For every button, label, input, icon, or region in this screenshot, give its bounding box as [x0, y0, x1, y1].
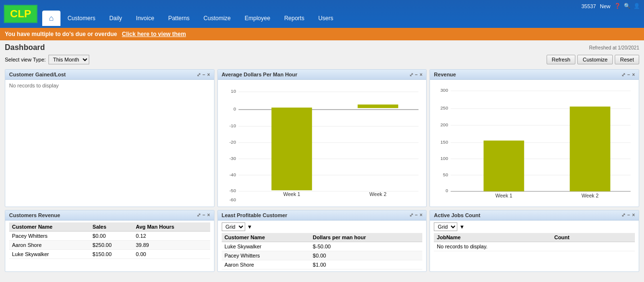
expand-icon-1[interactable]: ⤢: [197, 72, 201, 77]
svg-text:-40: -40: [229, 172, 236, 177]
bar-week1-avg: [271, 108, 312, 190]
widget-header-icons-3: ⤢ − ×: [621, 72, 635, 77]
close-icon-4[interactable]: ×: [207, 212, 210, 218]
logo-text: CLP: [10, 8, 31, 20]
close-icon-6[interactable]: ×: [632, 212, 635, 218]
customize-button[interactable]: Customize: [577, 55, 613, 64]
view-select[interactable]: This Month This Week Today This Year: [48, 55, 89, 64]
help-icon[interactable]: ❓: [614, 3, 621, 9]
cell-lp-dollars-3: $1.00: [310, 260, 422, 269]
widget-header-active-jobs: Active Jobs Count ⤢ − ×: [430, 210, 639, 221]
header-right: 35537 New ❓ 🔍 👤: [581, 3, 640, 9]
minimize-icon-5[interactable]: −: [415, 212, 418, 218]
close-icon-3[interactable]: ×: [632, 72, 635, 77]
svg-text:0: 0: [233, 106, 236, 111]
col-jobname: JobName: [434, 233, 551, 242]
logo: CLP: [4, 5, 37, 23]
cell-avg-3: 0.00: [133, 249, 210, 258]
widget-avg-dollars: Average Dollars Per Man Hour ⤢ − × 10 0 …: [217, 69, 427, 207]
grid-select-least-profitable[interactable]: Grid: [222, 222, 245, 231]
dropdown-arrow-icon-2: ▼: [459, 224, 465, 230]
widgets-top-row: Customer Gained/Lost ⤢ − × No records to…: [0, 66, 644, 210]
svg-text:Week 2: Week 2: [582, 193, 599, 198]
widget-title-avg-dollars: Average Dollars Per Man Hour: [222, 72, 298, 77]
nav-tab-reports[interactable]: Reports: [277, 11, 311, 26]
toolbar-buttons: Refresh Customize Reset: [547, 55, 639, 64]
cell-sales-3: $150.00: [90, 249, 133, 258]
nav-tab-employee[interactable]: Employee: [238, 11, 277, 26]
search-icon[interactable]: 🔍: [624, 3, 631, 9]
widget-body-revenue: 300 250 200 150 100 50 0 Week 1: [430, 80, 639, 207]
table-row: Pacey Whitters $0.00 0.12: [9, 231, 210, 240]
nav-tab-invoice[interactable]: Invoice: [129, 11, 161, 26]
alert-bar: You have multiple to do's due or overdue…: [0, 28, 644, 40]
svg-text:50: 50: [443, 172, 448, 177]
nav-tabs: ⌂ Customers Daily Invoice Patterns Custo…: [42, 2, 640, 26]
bar-week2-revenue: [570, 107, 611, 191]
widget-header-icons-6: ⤢ − ×: [621, 212, 635, 218]
select-view-container: Select view Type: This Month This Week T…: [5, 55, 89, 64]
nav-tab-daily[interactable]: Daily: [103, 11, 129, 26]
svg-text:10: 10: [231, 88, 236, 94]
close-icon-2[interactable]: ×: [419, 72, 422, 77]
cell-sales-1: $0.00: [90, 231, 133, 240]
minimize-icon-2[interactable]: −: [415, 72, 418, 77]
widget-customer-gained-lost: Customer Gained/Lost ⤢ − × No records to…: [5, 69, 215, 207]
svg-text:Week 1: Week 1: [283, 191, 300, 197]
svg-text:-10: -10: [229, 123, 236, 128]
col-avg-man-hours: Avg Man Hours: [133, 222, 210, 232]
header: CLP ⌂ Customers Daily Invoice Patterns C…: [0, 0, 644, 28]
svg-text:Week 1: Week 1: [495, 193, 513, 198]
expand-icon-6[interactable]: ⤢: [621, 212, 625, 218]
widget-header-revenue: Revenue ⤢ − ×: [430, 70, 639, 80]
close-icon-1[interactable]: ×: [207, 72, 210, 77]
user-icon[interactable]: 👤: [633, 3, 640, 9]
table-row: No records to display.: [434, 242, 635, 251]
select-view-label: Select view Type:: [5, 57, 46, 62]
svg-text:-30: -30: [229, 156, 236, 161]
minimize-icon-4[interactable]: −: [203, 212, 205, 218]
refresh-button[interactable]: Refresh: [547, 55, 576, 64]
bar-week2-avg: [358, 105, 398, 108]
cell-name-1: Pacey Whitters: [9, 231, 90, 240]
expand-icon-3[interactable]: ⤢: [621, 72, 625, 77]
col-count: Count: [551, 233, 635, 242]
widget-header-icons-5: ⤢ − ×: [409, 212, 423, 218]
nav-tab-patterns[interactable]: Patterns: [161, 11, 196, 26]
expand-icon-2[interactable]: ⤢: [409, 72, 413, 77]
nav-tab-customize[interactable]: Customize: [197, 11, 238, 26]
expand-icon-4[interactable]: ⤢: [197, 212, 201, 218]
cell-lp-name-2: Pacey Whitters: [222, 251, 310, 260]
svg-text:Week 2: Week 2: [369, 191, 386, 197]
widget-body-active-jobs: Grid ▼ JobName Count No records to displ…: [430, 221, 639, 253]
widget-customers-revenue: Customers Revenue ⤢ − × Customer Name Sa…: [5, 210, 215, 272]
close-icon-5[interactable]: ×: [419, 212, 422, 218]
minimize-icon-6[interactable]: −: [627, 212, 630, 218]
table-row: Aaron Shore $1.00: [222, 260, 423, 269]
dashboard-title-bar: Dashboard Refreshed at 1/20/2021: [0, 40, 644, 53]
widget-header-icons-4: ⤢ − ×: [197, 212, 210, 218]
status: New: [600, 3, 610, 9]
widget-header-least-profitable: Least Profitable Customer ⤢ − ×: [218, 210, 427, 221]
widget-title-active-jobs: Active Jobs Count: [434, 212, 480, 218]
widget-header-icons-2: ⤢ − ×: [409, 72, 423, 77]
reset-button[interactable]: Reset: [615, 55, 639, 64]
nav-tab-customers[interactable]: Customers: [61, 11, 102, 26]
nav-tab-home[interactable]: ⌂: [42, 11, 60, 26]
header-icons: ❓ 🔍 👤: [614, 3, 640, 9]
table-row: Pacey Whitters $0.00: [222, 251, 423, 260]
expand-icon-5[interactable]: ⤢: [409, 212, 413, 218]
widget-body-customer-gained-lost: No records to display: [5, 80, 214, 128]
counter: 35537: [581, 3, 596, 9]
alert-link[interactable]: Click here to view them: [122, 31, 186, 37]
widget-title-customers-revenue: Customers Revenue: [9, 212, 60, 218]
grid-select-active-jobs[interactable]: Grid: [434, 222, 457, 231]
cell-lp-name-3: Aaron Shore: [222, 260, 310, 269]
minimize-icon-3[interactable]: −: [627, 72, 630, 77]
svg-text:250: 250: [441, 105, 448, 110]
least-profitable-table: Customer Name Dollars per man hour Luke …: [222, 233, 423, 270]
nav-tab-users[interactable]: Users: [311, 11, 340, 26]
minimize-icon-1[interactable]: −: [203, 72, 205, 77]
bar-week1-revenue: [484, 141, 525, 192]
widget-body-customers-revenue: Customer Name Sales Avg Man Hours Pacey …: [5, 221, 214, 261]
